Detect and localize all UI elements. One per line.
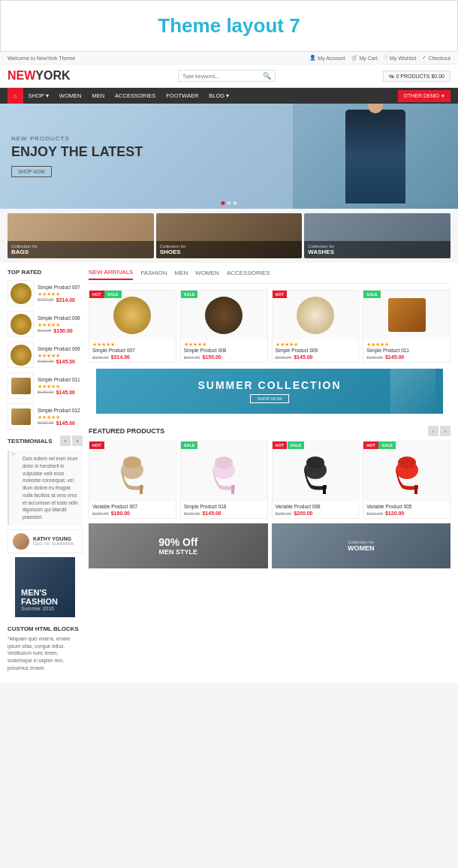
hero-banner: NEW PRODUCTS ENJOY THE LATEST SHOP NOW xyxy=(0,104,458,209)
mens-subtitle: Summer 2016 xyxy=(21,606,69,611)
testimonials-section: TESTIMONIALS ‹ › " Duis autem vel eum ir… xyxy=(8,436,83,553)
nav-shop[interactable]: SHOP ▾ xyxy=(23,88,54,104)
product-card-2[interactable]: SALE ★★★★★ Simple Product 008 $214.00 $1… xyxy=(180,290,268,363)
product-4-stars: ★★★★★ xyxy=(38,384,83,390)
cart-link[interactable]: 🛒 My Cart xyxy=(351,55,378,61)
collection-shoes-overlay: Collection for SHOES xyxy=(156,241,303,258)
tab-men[interactable]: MEN xyxy=(175,270,188,279)
featured-card-3[interactable]: HOT SALE Variab xyxy=(272,441,360,519)
sidebar-product-4[interactable]: Simple Product 011 ★★★★★ $100.00 $145.00 xyxy=(8,372,83,399)
product-card-4[interactable]: SALE ★★★★★ Simple Product 011 $100.00 $1… xyxy=(363,290,450,363)
product-4-image xyxy=(8,372,34,399)
featured-card-2[interactable]: SALE Simple Product 018 xyxy=(180,441,268,519)
chevron-down-icon: ▾ xyxy=(226,92,229,99)
cart-area[interactable]: 🛍 0 PRODUCTS $0.00 xyxy=(383,71,450,82)
watch-product-2 xyxy=(205,297,243,334)
sidebar-product-3[interactable]: Simple Product 009 ★★★★★ $100.00 $145.00 xyxy=(8,342,83,368)
sidebar-product-5[interactable]: Simple Product 012 ★★★★★ $100.00 $145.00 xyxy=(8,403,83,429)
author-details: KATHY YOUNG CEO OF SUNMARK xyxy=(33,536,74,546)
product-2-card-prices: $214.00 $150.00 xyxy=(184,354,264,360)
summer-shop-button[interactable]: SHOP NOW xyxy=(250,394,288,403)
product-4-card-name: Simple Product 011 xyxy=(366,348,447,353)
nav-blog[interactable]: BLOG ▾ xyxy=(203,88,234,104)
nav-footwear[interactable]: FOOTWAER xyxy=(161,88,203,104)
account-link[interactable]: 👤 My Account xyxy=(309,55,345,61)
chevron-down-icon: ▾ xyxy=(46,92,49,99)
product-4-new-price: $145.00 xyxy=(56,390,75,395)
nav-women[interactable]: WOMEN xyxy=(54,88,87,104)
checkout-link[interactable]: ✓ Checkout xyxy=(422,55,450,61)
featured-2-name: Simple Product 018 xyxy=(184,504,264,509)
featured-3-info: Variable Product 008 $180.00 $200.00 xyxy=(273,502,359,518)
tab-fashion[interactable]: FASHION xyxy=(140,270,167,279)
product-2-card-info: ★★★★★ Simple Product 008 $214.00 $150.00 xyxy=(181,339,267,362)
nav-men[interactable]: MEN xyxy=(86,88,110,104)
featured-badge-sale-3: SALE xyxy=(288,442,305,449)
search-bar[interactable]: 🔍 xyxy=(178,70,276,82)
mens-title: MEN'S FASHION xyxy=(21,588,69,606)
search-input[interactable] xyxy=(182,74,263,79)
account-icon: 👤 xyxy=(309,55,316,61)
testimonials-nav: ‹ › xyxy=(60,436,83,446)
top-rated-header: TOP RATED xyxy=(8,269,83,276)
product-3-prices: $100.00 $145.00 xyxy=(38,359,83,364)
author-title: CEO OF SUNMARK xyxy=(33,541,74,546)
sidebar-product-1[interactable]: Simple Product 007 ★★★★★ $220.00 $314.00 xyxy=(8,280,83,306)
featured-2-info: Simple Product 018 $100.00 $145.00 xyxy=(181,502,267,518)
nav-accessories[interactable]: ACCESSORIES xyxy=(110,88,161,104)
product-3-image xyxy=(8,342,34,368)
next-arrow[interactable]: › xyxy=(72,436,83,446)
sidebar-product-2[interactable]: Simple Product 008 ★★★★★ $21.00 $150.00 xyxy=(8,311,83,337)
featured-1-img xyxy=(89,442,176,502)
dot-1[interactable] xyxy=(221,201,225,205)
svg-point-11 xyxy=(398,457,416,469)
product-2-image xyxy=(8,311,34,337)
collection-shoes[interactable]: Collection for SHOES xyxy=(156,213,303,258)
heart-icon: ♡ xyxy=(384,55,388,61)
svg-point-8 xyxy=(306,457,324,469)
product-1-old-price: $220.00 xyxy=(38,297,54,302)
featured-prev[interactable]: ‹ xyxy=(428,426,438,436)
summer-banner[interactable]: SUMMER COLLECTION SHOP NOW xyxy=(96,369,443,414)
banner-person xyxy=(390,369,435,414)
tab-accessories[interactable]: ACCESSORIES xyxy=(227,270,270,279)
bottom-banner-sale[interactable]: 90% Off MEN STYLE xyxy=(89,523,268,568)
featured-header: FEATURED PRODUCTS ‹ › xyxy=(89,426,450,436)
featured-next[interactable]: › xyxy=(440,426,450,436)
product-5-stars: ★★★★★ xyxy=(38,414,83,420)
product-4-info: Simple Product 011 ★★★★★ $100.00 $145.00 xyxy=(38,377,83,395)
wishlist-link[interactable]: ♡ My Wishlist xyxy=(384,55,416,61)
sale-banner-text: 90% Off MEN STYLE xyxy=(158,536,197,556)
featured-badge-sale-2: SALE xyxy=(181,442,198,449)
tab-new-arrivals[interactable]: NEW ARRIVALS xyxy=(89,269,133,280)
featured-badge-hot-4: HOT xyxy=(363,442,378,449)
hero-shop-button[interactable]: SHOP NOW xyxy=(11,166,52,177)
nav-home[interactable]: ⌂ xyxy=(8,88,23,104)
product-4-prices: $100.00 $145.00 xyxy=(38,390,83,395)
product-card-3[interactable]: HOT ★★★★★ Simple Product 009 $100.00 $14… xyxy=(272,290,360,363)
featured-card-1[interactable]: HOT Variable Product 007 xyxy=(89,441,176,519)
quote-mark: " xyxy=(11,452,16,464)
other-demo-button[interactable]: OTHER DEMO ▾ xyxy=(398,90,450,102)
dot-2[interactable] xyxy=(227,201,231,205)
product-tabs: NEW ARRIVALS FASHION MEN WOMEN ACCESSORI… xyxy=(89,269,450,284)
top-bar: Welcome to NewYork Theme 👤 My Account 🛒 … xyxy=(0,52,458,65)
bottom-banner-women[interactable]: Collection for WOMEN xyxy=(272,523,451,568)
featured-card-4[interactable]: HOT SALE Variab xyxy=(363,441,450,519)
prev-arrow[interactable]: ‹ xyxy=(60,436,71,446)
bag-product-1 xyxy=(388,298,426,332)
checkout-icon: ✓ xyxy=(422,55,426,61)
logo[interactable]: NEWYORK xyxy=(8,69,71,83)
badge-hot-3: HOT xyxy=(273,291,288,298)
mens-fashion-banner[interactable]: MEN'S FASHION Summer 2016 xyxy=(15,557,75,617)
product-4-name: Simple Product 011 xyxy=(38,377,83,382)
collection-washes[interactable]: Collection for WASHES xyxy=(304,213,450,258)
collection-bags[interactable]: Collection for BAGS xyxy=(8,213,154,258)
svg-point-5 xyxy=(215,457,233,469)
search-icon[interactable]: 🔍 xyxy=(263,72,271,80)
product-3-info: Simple Product 009 ★★★★★ $100.00 $145.00 xyxy=(38,346,83,364)
tab-women[interactable]: WOMEN xyxy=(195,270,219,279)
product-card-1[interactable]: HOT SALE ★★★★★ Simple Product 007 $220.0… xyxy=(89,290,176,363)
dot-3[interactable] xyxy=(234,201,237,205)
product-1-card-name: Simple Product 007 xyxy=(92,348,173,353)
